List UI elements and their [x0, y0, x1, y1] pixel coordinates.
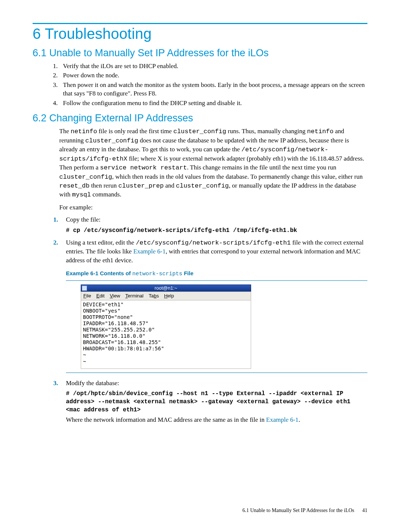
menu-help[interactable]: Help — [164, 293, 174, 299]
terminal-menubar: File Edit View Terminal Tabs Help — [81, 292, 251, 300]
menu-terminal[interactable]: Terminal — [125, 293, 143, 299]
terminal-window: root@n1:~ File Edit View Terminal Tabs H… — [81, 284, 251, 369]
menu-view[interactable]: View — [110, 293, 120, 299]
menu-file[interactable]: File — [83, 293, 91, 299]
step-3: Modify the database: # /opt/hptc/sbin/de… — [53, 379, 367, 424]
page-number: 41 — [362, 508, 367, 513]
step-3-text: Modify the database: — [66, 380, 119, 387]
example-6-1-title: Example 6-1 Contents of network-scripts … — [66, 270, 367, 278]
for-example: For example: — [59, 203, 367, 212]
section-6-1-title: 6.1 Unable to Manually Set IP Addresses … — [33, 47, 367, 59]
para-6-2-main: The netinfo file is only read the first … — [59, 127, 367, 199]
footer-text: 6.1 Unable to Manually Set IP Addresses … — [243, 508, 354, 513]
menu-tabs[interactable]: Tabs — [149, 293, 159, 299]
step-1-command: # cp /etc/sysconfig/network-scripts/ifcf… — [66, 226, 367, 235]
chapter-title: 6 Troubleshooting — [33, 26, 367, 42]
list-item: Power down the node. — [59, 71, 367, 80]
terminal-titlebar: root@n1:~ — [81, 284, 251, 292]
terminal-title: root@n1:~ — [154, 285, 177, 291]
numbered-steps: Copy the file: # cp /etc/sysconfig/netwo… — [53, 215, 367, 424]
menu-edit[interactable]: Edit — [96, 293, 104, 299]
top-rule — [33, 23, 367, 24]
example-top-rule — [66, 280, 367, 281]
step-3-command: # /opt/hptc/sbin/device_config --host n1… — [66, 390, 367, 414]
section-6-2-title: 6.2 Changing External IP Addresses — [33, 112, 367, 124]
step-1: Copy the file: # cp /etc/sysconfig/netwo… — [53, 215, 367, 235]
xref-example-6-1-tail[interactable]: Example 6-1 — [266, 416, 299, 423]
example-bottom-rule — [66, 373, 367, 373]
section-6-1-steps: Verify that the iLOs are set to DHCP ena… — [59, 62, 367, 107]
list-item: Follow the configuration menu to find th… — [59, 99, 367, 107]
terminal-body: DEVICE="eth1" ONBOOT="yes" BOOTPROTO="no… — [81, 300, 251, 369]
list-item: Then power it on and watch the monitor a… — [59, 81, 367, 98]
window-icon — [82, 286, 87, 291]
step-1-text: Copy the file: — [66, 216, 100, 223]
page-footer: 6.1 Unable to Manually Set IP Addresses … — [243, 508, 368, 514]
list-item: Verify that the iLOs are set to DHCP ena… — [59, 62, 367, 70]
step-3-tail: Where the network information and MAC ad… — [66, 415, 367, 424]
section-6-2-body: The netinfo file is only read the first … — [59, 127, 367, 212]
xref-example-6-1[interactable]: Example 6-1 — [133, 248, 166, 255]
step-2: Using a text editor, edit the /etc/sysco… — [53, 238, 367, 373]
